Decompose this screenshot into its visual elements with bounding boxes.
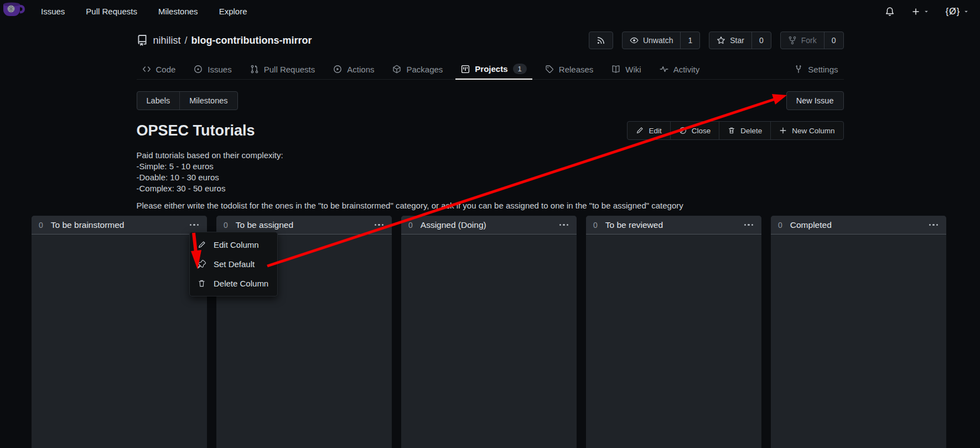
- star-count[interactable]: 0: [751, 32, 771, 49]
- column-title: To be brainstormed: [51, 220, 125, 230]
- column-count: 0: [408, 221, 413, 230]
- tab-actions[interactable]: Actions: [328, 59, 380, 79]
- labels-milestones-group: Labels Milestones: [137, 91, 238, 110]
- column-count: 0: [39, 221, 43, 230]
- fork-count[interactable]: 0: [824, 32, 843, 49]
- new-column-button[interactable]: New Column: [770, 122, 843, 139]
- wrench-icon: [794, 65, 803, 74]
- fork-button[interactable]: Fork: [781, 32, 824, 49]
- column-body[interactable]: [401, 235, 577, 448]
- board-column-assigned-doing: 0 Assigned (Doing): [401, 216, 577, 448]
- repo-name-link[interactable]: blog-contributions-mirror: [191, 35, 312, 46]
- rss-button[interactable]: [589, 32, 613, 49]
- new-issue-button[interactable]: New Issue: [786, 91, 844, 110]
- rss-icon: [597, 36, 605, 45]
- column-title: Completed: [790, 220, 832, 230]
- page-title: OPSEC Tutorials: [137, 122, 255, 139]
- circle-slash-icon: [679, 127, 687, 134]
- repo-icon: [137, 35, 148, 46]
- plus-icon: [779, 127, 787, 134]
- nav-link-explore[interactable]: Explore: [219, 7, 247, 16]
- pencil-icon: [198, 241, 206, 249]
- eye-icon: [630, 36, 639, 45]
- column-count: 0: [224, 221, 228, 230]
- nav-link-pull-requests[interactable]: Pull Requests: [86, 7, 137, 16]
- column-count: 0: [778, 221, 782, 230]
- caret-down-icon: [924, 9, 929, 14]
- column-title: To be assigned: [236, 220, 293, 230]
- column-header: 0 To be reviewed: [586, 216, 761, 235]
- column-menu-ellipsis-icon[interactable]: [928, 222, 940, 228]
- column-title: Assigned (Doing): [421, 220, 486, 230]
- edit-project-button[interactable]: Edit: [628, 122, 670, 139]
- menu-item-edit-column[interactable]: Edit Column: [190, 235, 277, 254]
- unwatch-button[interactable]: Unwatch: [623, 32, 680, 49]
- avatar: {Ø}: [946, 7, 960, 17]
- board-column-completed: 0 Completed: [771, 216, 946, 448]
- column-header: 0 Completed: [771, 216, 946, 235]
- fork-button-group: Fork 0: [780, 32, 844, 49]
- close-project-button[interactable]: Close: [670, 122, 719, 139]
- pencil-icon: [636, 127, 644, 134]
- pull-request-icon: [250, 65, 259, 74]
- nav-link-milestones[interactable]: Milestones: [158, 7, 198, 16]
- tab-packages[interactable]: Packages: [387, 59, 448, 79]
- project-description: Paid tutorials based on their complexity…: [137, 150, 844, 211]
- kanban-board: 0 To be brainstormed 0 To be assigned 0 …: [32, 216, 946, 448]
- column-body[interactable]: [586, 235, 761, 448]
- fork-icon: [788, 36, 797, 45]
- column-count: 0: [593, 221, 598, 230]
- project-title-row: OPSEC Tutorials Edit Close Delete: [137, 121, 844, 140]
- nav-links: Issues Pull Requests Milestones Explore: [41, 7, 247, 16]
- column-menu-ellipsis-icon[interactable]: [189, 222, 200, 228]
- description-line: -Simple: 5 - 10 euros: [137, 161, 844, 172]
- star-button[interactable]: Star: [709, 32, 751, 49]
- tab-pull-requests[interactable]: Pull Requests: [245, 59, 321, 79]
- tab-issues[interactable]: Issues: [188, 59, 237, 79]
- column-header: 0 To be brainstormed: [32, 216, 207, 235]
- tab-activity[interactable]: Activity: [654, 59, 706, 79]
- notifications-bell-button[interactable]: [885, 7, 895, 17]
- repo-action-buttons: Unwatch 1 Star 0: [589, 32, 844, 49]
- user-menu-button[interactable]: {Ø}: [946, 7, 969, 17]
- trash-icon: [198, 279, 206, 288]
- tab-wiki[interactable]: Wiki: [606, 59, 646, 79]
- unwatch-label: Unwatch: [643, 36, 673, 45]
- tab-releases[interactable]: Releases: [540, 59, 599, 79]
- tag-icon: [545, 65, 554, 74]
- pin-icon: [198, 260, 206, 268]
- menu-item-set-default[interactable]: Set Default: [190, 254, 277, 274]
- watch-button-group: Unwatch 1: [622, 32, 700, 49]
- column-header: 0 Assigned (Doing): [401, 216, 577, 235]
- column-body[interactable]: [771, 235, 946, 448]
- column-menu-ellipsis-icon[interactable]: [374, 222, 385, 228]
- tab-projects[interactable]: Projects 1: [455, 59, 532, 80]
- delete-project-button[interactable]: Delete: [719, 122, 770, 139]
- column-menu-ellipsis-icon[interactable]: [558, 222, 570, 228]
- play-icon: [333, 65, 342, 74]
- milestones-button[interactable]: Milestones: [179, 92, 237, 110]
- code-icon: [142, 65, 151, 74]
- project-icon: [461, 65, 470, 74]
- tab-code[interactable]: Code: [137, 59, 182, 79]
- menu-item-delete-column[interactable]: Delete Column: [190, 274, 277, 293]
- column-body[interactable]: [32, 235, 207, 448]
- repo-owner-link[interactable]: nihilist: [153, 35, 181, 46]
- project-actions-group: Edit Close Delete New Column: [627, 121, 843, 140]
- fork-label: Fork: [801, 36, 817, 45]
- create-new-dropdown-button[interactable]: [911, 7, 929, 16]
- labels-button[interactable]: Labels: [137, 92, 180, 110]
- navbar-right: {Ø}: [885, 7, 969, 17]
- column-title: To be reviewed: [605, 220, 663, 230]
- nav-link-issues[interactable]: Issues: [41, 7, 65, 16]
- tab-settings[interactable]: Settings: [789, 59, 843, 79]
- board-column-to-be-reviewed: 0 To be reviewed: [586, 216, 761, 448]
- gitea-logo-icon[interactable]: [2, 1, 27, 20]
- issue-icon: [194, 65, 203, 74]
- star-label: Star: [730, 36, 744, 45]
- watch-count[interactable]: 1: [680, 32, 699, 49]
- column-menu-ellipsis-icon[interactable]: [743, 222, 755, 228]
- star-button-group: Star 0: [709, 32, 771, 49]
- repo-header: nihilist/blog-contributions-mirror U: [137, 30, 844, 50]
- description-line: Paid tutorials based on their complexity…: [137, 150, 844, 161]
